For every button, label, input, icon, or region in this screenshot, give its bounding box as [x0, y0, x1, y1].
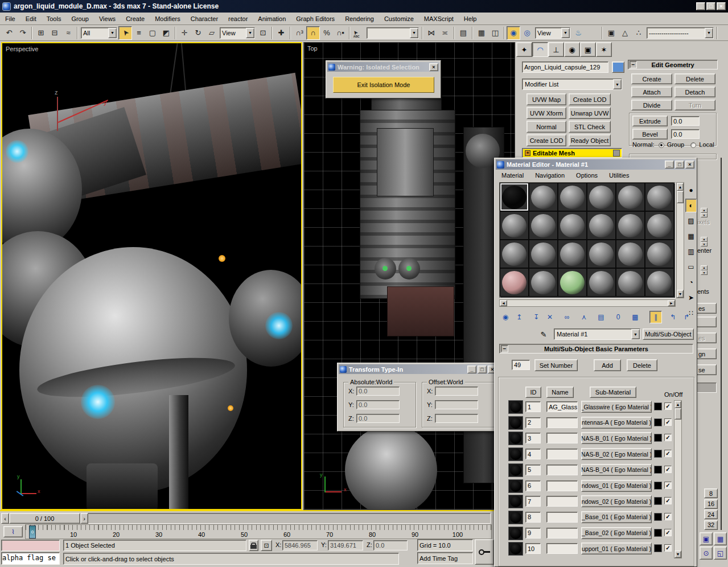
menu-customize[interactable]: Customize	[379, 14, 419, 24]
pick-material-from-object-icon[interactable]: ✎	[538, 328, 549, 340]
sub-material-button[interactable]: _Base_02 ( Ego Material )	[581, 527, 652, 539]
open-mini-curve-editor-button[interactable]: ⌇	[3, 526, 23, 537]
edge-spinner-1-down-icon[interactable]: ▼	[701, 213, 708, 218]
y-coord-field[interactable]: 3149.671	[328, 540, 363, 550]
list-scroll-up-icon[interactable]: ▲	[674, 401, 681, 408]
modifier-button-create-lod-2[interactable]: Create LOD	[527, 134, 566, 146]
extrude-button[interactable]: Extrude	[632, 116, 668, 126]
menu-create[interactable]: Create	[121, 14, 150, 24]
scroll-right-icon[interactable]: ►	[668, 300, 675, 306]
angle-snap-toggle-icon[interactable]: ∩	[306, 26, 320, 40]
menu-file[interactable]: File	[0, 14, 20, 24]
sub-material-color-swatch[interactable]	[654, 466, 662, 474]
off-y-field[interactable]	[435, 400, 478, 409]
list-scroll-down-icon[interactable]: ▼	[674, 550, 681, 558]
modifier-button-ready-object[interactable]: Ready Object	[569, 134, 611, 146]
x-coord-field[interactable]: 5846.965	[282, 540, 318, 550]
time-slider-handle[interactable]: 0 / 100	[9, 513, 80, 524]
viewport-top[interactable]: Top x y	[303, 42, 515, 510]
sub-material-color-swatch[interactable]	[654, 544, 662, 552]
quick-render-icon[interactable]: ♨	[571, 26, 585, 40]
sub-material-name-field[interactable]	[546, 465, 578, 475]
sort-by-id-button[interactable]: ID	[525, 387, 541, 398]
zoom-extents-button[interactable]: ▣	[700, 532, 713, 545]
sub-material-onoff-checkbox[interactable]: ✓	[664, 529, 672, 536]
sub-material-swatch[interactable]	[508, 542, 523, 556]
sub-material-name-field[interactable]	[546, 528, 578, 539]
material-sample-slot-16[interactable]	[587, 240, 616, 268]
select-by-material-icon[interactable]: ➤	[685, 291, 697, 305]
sub-material-button[interactable]: ndows_02 ( Ego Material )	[581, 495, 652, 507]
zoom-extents-all-button[interactable]: ▦	[714, 532, 727, 545]
mirror-icon[interactable]: ⋈	[425, 26, 438, 40]
off-z-field[interactable]	[435, 414, 478, 423]
sub-material-button[interactable]: ndows_01 ( Ego Material )	[581, 480, 652, 492]
named-selection-dropdown-arrow-icon[interactable]: ▼	[410, 28, 418, 38]
sample-type-icon[interactable]: ●	[685, 183, 697, 197]
modify-tab[interactable]: ◠	[532, 42, 548, 57]
scroll-thumb[interactable]	[677, 191, 684, 203]
modifier-button-uvw-xform[interactable]: UVW Xform	[527, 107, 566, 119]
sub-material-id-field[interactable]: 6	[525, 480, 541, 491]
scroll-down-icon[interactable]: ▼	[677, 290, 684, 298]
add-sub-material-button[interactable]: Add	[594, 359, 621, 371]
sub-material-swatch[interactable]	[508, 463, 523, 477]
maxscript-mini-listener-white[interactable]: alpha flag se	[1, 552, 60, 565]
edit-geometry-divide-button[interactable]: Divide	[631, 100, 672, 110]
time-back-button[interactable]: ‹	[1, 513, 9, 524]
sub-material-swatch[interactable]	[508, 400, 523, 414]
material-sample-slot-20[interactable]	[529, 268, 558, 297]
params-collapse-icon[interactable]: −	[501, 345, 508, 352]
material-sample-slot-10[interactable]	[587, 211, 616, 240]
material-editor-maximize-button[interactable]: □	[675, 161, 684, 169]
sub-material-onoff-checkbox[interactable]: ✓	[664, 434, 672, 441]
go-to-parent-icon[interactable]: ↰	[667, 311, 679, 323]
add-time-tag-field[interactable]: Add Time Tag	[417, 552, 473, 564]
sub-material-color-swatch[interactable]	[654, 402, 662, 410]
sub-material-button[interactable]: upport_01 ( Ego Material )	[581, 543, 652, 554]
edge-fragment-button[interactable]: se	[696, 364, 717, 375]
sub-material-name-field[interactable]	[546, 433, 578, 443]
extrude-value-field[interactable]: 0.0	[671, 116, 700, 126]
render-preset-dropdown-arrow-icon[interactable]: ▼	[561, 28, 570, 38]
material-sample-slot-13[interactable]	[500, 240, 529, 268]
use-pivot-point-icon[interactable]: ⊡	[256, 26, 270, 40]
redo-icon[interactable]: ↷	[16, 26, 30, 40]
sub-material-color-swatch[interactable]	[654, 529, 662, 537]
extras-preset-dropdown-arrow-icon[interactable]: ▼	[705, 28, 713, 38]
sort-by-submaterial-button[interactable]: Sub-Material	[590, 387, 636, 398]
delete-sub-material-button[interactable]: Delete	[627, 359, 657, 371]
edge-spinner-2-down-icon[interactable]: ▼	[701, 242, 708, 247]
get-material-icon[interactable]: ◉	[499, 311, 512, 323]
material-editor-close-button[interactable]: ×	[685, 161, 694, 169]
material-sample-slot-22[interactable]	[587, 268, 616, 297]
sub-material-name-field[interactable]	[546, 417, 578, 428]
material-sample-slot-8[interactable]	[529, 211, 558, 240]
sub-material-onoff-checkbox[interactable]: ✓	[664, 513, 672, 520]
select-by-name-icon[interactable]: ≡	[132, 26, 146, 40]
viewport-perspective[interactable]: Perspective z y x y	[1, 42, 302, 510]
unlink-selection-icon[interactable]: ⊟	[48, 26, 61, 40]
smoothing-group-button-8[interactable]: 8	[704, 488, 718, 498]
sub-material-onoff-checkbox[interactable]: ✓	[664, 482, 672, 489]
reference-coordinate-dropdown[interactable]: View▼	[220, 27, 255, 39]
selection-filter-dropdown-arrow-icon[interactable]: ▼	[108, 28, 117, 38]
edge-spinner-2[interactable]: ▲▼	[701, 237, 708, 246]
put-to-library-icon[interactable]: ▤	[595, 311, 607, 323]
maximize-button[interactable]: □	[706, 2, 715, 10]
material-sample-slot-6[interactable]	[645, 183, 674, 211]
sub-material-color-swatch[interactable]	[654, 434, 662, 442]
material-name-dropdown[interactable]: Material #1 ▼	[554, 328, 640, 340]
modifier-button-unwrap-uvw[interactable]: Unwrap UVW	[569, 107, 611, 119]
absolute-relative-coords-toggle[interactable]: ⊡	[261, 540, 272, 551]
modifier-button-uvw-map[interactable]: UVW Map	[527, 93, 566, 105]
sample-horizontal-scrollbar[interactable]: ◄ ►	[499, 299, 676, 307]
abs-y-field[interactable]: 0.0	[356, 400, 400, 409]
hierarchy-tab[interactable]: ⊥	[548, 42, 564, 57]
edge-pressed-box[interactable]	[695, 383, 717, 393]
material-sample-slot-24[interactable]	[645, 268, 674, 297]
options-icon[interactable]: ◔	[685, 276, 697, 289]
viewport-perspective-label[interactable]: Perspective	[6, 46, 38, 52]
menu-maxscript[interactable]: MAXScript	[419, 14, 459, 24]
select-and-move-icon[interactable]: ✛	[178, 26, 191, 40]
